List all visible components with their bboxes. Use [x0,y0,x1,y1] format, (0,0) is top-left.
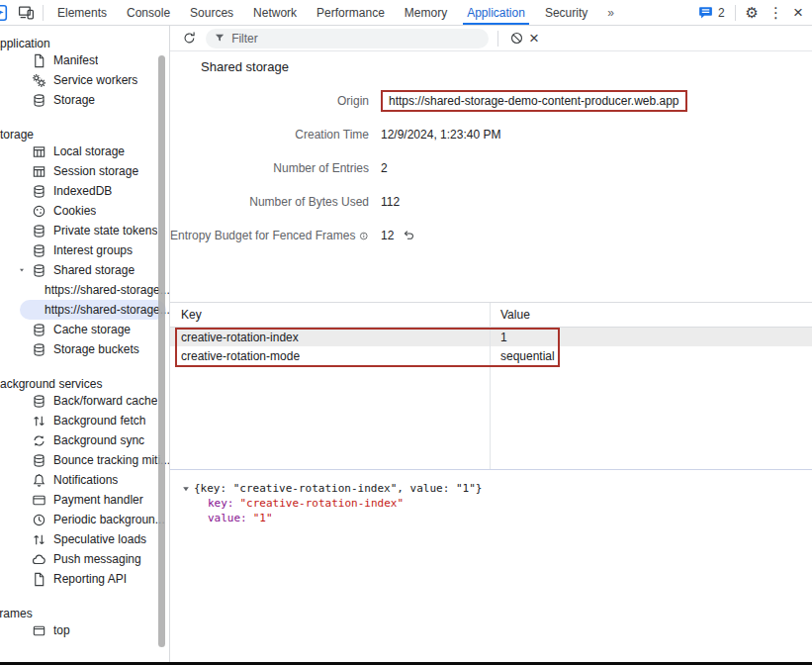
panel-tabs: Elements Console Sources Network Perform… [47,0,625,25]
sidebar-item-speculative-loads[interactable]: Speculative loads [0,529,170,549]
cloud-icon [32,552,46,567]
table-row[interactable]: creative-rotation-mode sequential [170,346,812,365]
sidebar-item-bounce-tracking-mitigations[interactable]: Bounce tracking miti... [0,450,170,470]
sidebar-item-cache-storage[interactable]: Cache storage [0,320,170,339]
origin-value: https://shared-storage-demo-content-prod… [389,94,679,108]
field-number-of-entries: Number of Entries 2 [170,151,812,185]
entries-value: 2 [381,161,812,175]
filter-field[interactable] [206,29,489,48]
clock-icon [32,513,46,527]
more-tabs-icon[interactable]: » [597,0,625,25]
sidebar-item-back-forward-cache[interactable]: Back/forward cache [0,391,170,411]
sidebar-item-local-storage[interactable]: Local storage [0,142,170,161]
sidebar-item-shared-storage[interactable]: Shared storage [0,260,170,280]
field-origin: Origin https://shared-storage-demo-conte… [170,84,812,118]
tab-application[interactable]: Application [457,0,535,25]
reset-budget-icon[interactable] [402,229,415,242]
tabbar-left-icons [0,0,47,25]
sidebar-item-background-sync[interactable]: Background sync [0,430,170,450]
creation-time-value: 12/9/2024, 1:23:40 PM [381,128,812,142]
sidebar-item-background-fetch[interactable]: Background fetch [0,411,170,430]
entropy-value: 12 [381,229,394,242]
database-icon [32,263,46,278]
sidebar-item-shared-storage-origin-2-selected[interactable]: https://shared-storage... [0,300,170,320]
page-title: Shared storage [201,59,289,74]
service-worker-gears-icon [32,73,46,88]
preview-summary-line[interactable]: {key: "creative-rotation-index", value: … [181,481,812,496]
field-entropy-budget: Entropy Budget for Fenced Frames 12 [170,219,812,252]
close-icon: × [529,30,539,47]
sidebar-item-indexeddb[interactable]: IndexedDB [0,181,170,201]
sidebar-item-service-workers[interactable]: Service workers [0,70,170,90]
table-icon [32,144,46,159]
sidebar-item-private-state-tokens[interactable]: Private state tokens [0,221,170,240]
bytes-value: 112 [381,195,812,209]
preview-property-value: value: "1" [181,511,812,525]
cell-value: sequential [490,349,812,363]
info-icon[interactable] [359,230,369,242]
sidebar-item-payment-handler[interactable]: Payment handler [0,490,170,510]
database-icon [32,394,46,409]
sidebar-item-periodic-background-sync[interactable]: Periodic backgroun... [0,510,170,529]
database-icon [32,323,46,337]
key-value-table: Key Value creative-rotation-index 1 crea… [170,302,812,470]
refresh-icon [182,31,197,46]
collapse-triangle-icon[interactable] [181,484,191,494]
column-divider[interactable] [490,303,491,469]
cell-value: 1 [490,331,812,344]
issues-count: 2 [718,6,725,20]
settings-gear-icon[interactable]: ⚙ [746,5,759,20]
database-icon [32,184,46,199]
expand-triangle-icon[interactable] [18,266,26,274]
tab-sources[interactable]: Sources [180,0,243,25]
tab-console[interactable]: Console [117,0,180,25]
document-icon [32,53,46,68]
tab-memory[interactable]: Memory [395,0,457,25]
sidebar-item-interest-groups[interactable]: Interest groups [0,240,170,260]
tab-elements[interactable]: Elements [47,0,117,25]
delete-all-button[interactable]: × [525,30,543,48]
sidebar-item-reporting-api[interactable]: Reporting API [0,569,170,589]
block-icon [509,31,524,46]
column-header-value[interactable]: Value [490,308,812,322]
sidebar-item-top-frame[interactable]: top [0,620,170,640]
field-number-of-bytes: Number of Bytes Used 112 [170,185,812,219]
tab-network[interactable]: Network [243,0,307,25]
toolbar-separator [497,31,498,47]
sidebar-scrollbar[interactable] [158,55,165,647]
tabbar-right-icons: 2 ⚙ ⋮ × [698,0,812,25]
close-devtools-icon[interactable]: × [793,4,803,21]
sidebar-item-manifest[interactable]: Manifest [0,50,170,70]
tab-security[interactable]: Security [535,0,597,25]
up-down-arrows-icon [32,532,46,547]
refresh-button[interactable] [180,30,198,48]
issues-counter[interactable]: 2 [698,5,725,20]
sidebar-item-storage[interactable]: Storage [0,90,170,110]
clear-button[interactable] [507,30,525,48]
sidebar-item-shared-storage-origin-1[interactable]: https://shared-storage... [0,280,170,300]
inspect-element-icon[interactable] [0,4,10,22]
tab-performance[interactable]: Performance [307,0,395,25]
column-header-key[interactable]: Key [170,308,490,322]
field-creation-time: Creation Time 12/9/2024, 1:23:40 PM [170,118,812,151]
bell-icon [32,473,46,488]
funnel-icon [214,32,226,45]
table-row[interactable]: creative-rotation-index 1 [170,328,812,346]
table-icon [32,164,46,179]
section-title: Storage [0,124,170,142]
sidebar-item-cookies[interactable]: Cookies [0,201,170,221]
issues-bubble-icon [698,5,713,20]
database-icon [32,224,46,238]
sidebar-item-push-messaging[interactable]: Push messaging [0,549,170,569]
table-header-row: Key Value [170,303,812,328]
filter-input[interactable] [231,32,481,46]
device-toolbar-icon[interactable] [18,4,35,21]
sidebar-item-storage-buckets[interactable]: Storage buckets [0,339,170,359]
kebab-menu-icon[interactable]: ⋮ [768,5,783,20]
section-background-services: Background services Back/forward cache B… [0,373,170,589]
database-icon [32,243,46,258]
metadata-report: Origin https://shared-storage-demo-conte… [170,84,812,252]
sidebar-item-session-storage[interactable]: Session storage [0,161,170,181]
sidebar-item-notifications[interactable]: Notifications [0,470,170,490]
application-sidebar: Application Manifest Service workers Sto… [0,26,170,665]
